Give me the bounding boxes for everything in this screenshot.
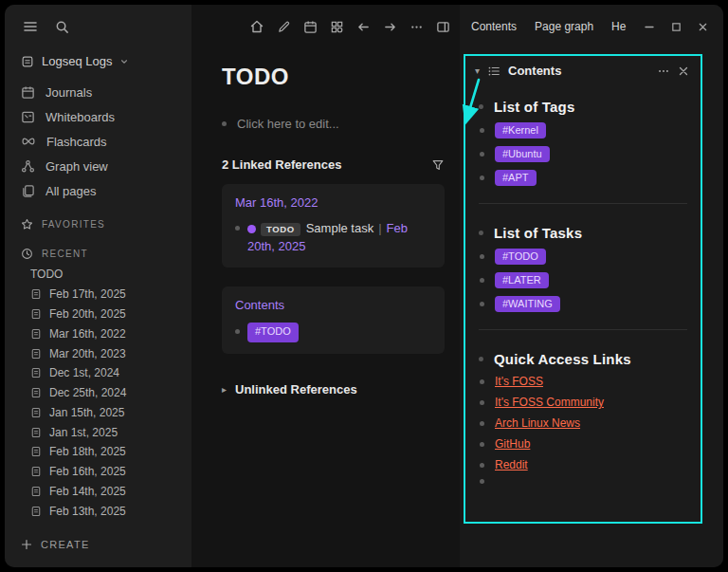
task-block[interactable]: TODOSample task|Feb 20th, 2025 <box>235 220 431 256</box>
recent-item[interactable]: Mar 16th, 2022 <box>5 323 191 343</box>
left-sidebar: Logseq Logs Journals Whiteboards <box>5 5 191 567</box>
caret-down-icon[interactable]: ▾ <box>475 65 480 76</box>
block-bullet <box>480 421 484 426</box>
right-sidebar-toggle-icon[interactable] <box>436 20 450 34</box>
recent-section-header[interactable]: RECENT <box>5 242 191 262</box>
recent-item[interactable]: Feb 17th, 2025 <box>5 285 191 304</box>
recent-item[interactable]: Dec 25th, 2024 <box>5 383 191 403</box>
clock-icon <box>21 248 33 260</box>
sidebar-item-all-pages[interactable]: All pages <box>5 178 191 203</box>
link-reddit[interactable]: Reddit <box>495 458 528 471</box>
home-icon[interactable] <box>249 19 264 34</box>
maximize-icon[interactable] <box>671 22 682 32</box>
block-bullet <box>480 479 484 484</box>
editor-placeholder: Click here to edit... <box>237 117 339 131</box>
tag-later[interactable]: #LATER <box>495 272 549 288</box>
panel-more-icon[interactable] <box>657 65 670 78</box>
tab-contents[interactable]: Contents <box>471 20 517 33</box>
tag-apt[interactable]: #APT <box>495 170 537 186</box>
recent-item[interactable]: Jan 15th, 2025 <box>5 402 191 422</box>
sidebar-item-whiteboards[interactable]: Whiteboards <box>5 104 191 129</box>
right-sidebar: Contents Page graph He ▾ <box>460 5 723 567</box>
tag-ubuntu[interactable]: #Ubuntu <box>495 146 550 162</box>
section-heading-quick-links: Quick Access Links <box>494 351 631 367</box>
unlinked-references-toggle[interactable]: ▸ Unlinked References <box>222 382 445 397</box>
task-marker-chip[interactable]: TODO <box>261 223 300 236</box>
star-icon <box>21 218 33 231</box>
separator: | <box>378 221 381 235</box>
logseq-window: Logseq Logs Journals Whiteboards <box>5 5 723 567</box>
recent-item[interactable]: Dec 1st, 2024 <box>5 363 191 383</box>
recent-item-label: Dec 25th, 2024 <box>49 386 126 399</box>
create-button[interactable]: CREATE <box>5 527 191 567</box>
more-icon[interactable] <box>410 20 424 34</box>
search-icon[interactable] <box>55 20 69 34</box>
recent-item[interactable]: Mar 20th, 2023 <box>5 343 191 363</box>
edit-icon[interactable] <box>277 20 291 34</box>
forward-icon[interactable] <box>383 20 397 34</box>
graph-switcher[interactable]: Logseq Logs <box>5 48 191 74</box>
link-arch-linux-news[interactable]: Arch Linux News <box>495 416 580 430</box>
filter-icon[interactable] <box>431 158 445 172</box>
block-bullet <box>479 231 483 235</box>
tag-todo[interactable]: #TODO <box>495 249 546 265</box>
page-link[interactable]: Mar 16th, 2022 <box>235 195 318 210</box>
caret-right-icon: ▸ <box>222 384 227 395</box>
journal-page-icon <box>30 466 42 477</box>
tab-page-graph[interactable]: Page graph <box>535 20 593 33</box>
tag-kernel[interactable]: #Kernel <box>495 122 546 138</box>
linked-reference-block: Mar 16th, 2022 TODOSample task|Feb 20th,… <box>222 184 445 268</box>
block-bullet <box>480 128 484 133</box>
editor-placeholder-row[interactable]: Click here to edit... <box>222 117 445 131</box>
recent-item-label: Feb 20th, 2025 <box>49 307 126 321</box>
back-icon[interactable] <box>356 20 371 34</box>
chevron-down-icon <box>119 57 129 66</box>
recent-item[interactable]: Feb 16th, 2025 <box>5 462 191 482</box>
journal-page-icon <box>30 407 42 418</box>
favorites-section-header[interactable]: FAVORITES <box>5 212 191 232</box>
close-icon[interactable] <box>698 22 708 32</box>
sidebar-header <box>5 5 191 48</box>
tag-block[interactable]: #TODO <box>235 323 431 342</box>
recent-item[interactable]: Feb 20th, 2025 <box>5 304 191 324</box>
flashcards-icon <box>21 136 36 147</box>
menu-icon[interactable] <box>23 19 38 34</box>
page-title: TODO <box>222 64 445 90</box>
calendar-icon[interactable] <box>303 20 318 34</box>
link-github[interactable]: GitHub <box>495 437 530 451</box>
recent-item[interactable]: Feb 14th, 2025 <box>5 482 191 502</box>
recent-item-label: Jan 15th, 2025 <box>49 406 124 419</box>
page-link[interactable]: Contents <box>235 298 284 312</box>
block-bullet <box>480 278 484 283</box>
tag-waiting[interactable]: #WAITING <box>495 296 560 312</box>
main-area: TODO Click here to edit... 2 Linked Refe… <box>191 5 460 567</box>
recent-item[interactable]: Jan 1st, 2025 <box>5 422 191 442</box>
graph-icon <box>21 55 34 68</box>
plugins-icon[interactable] <box>330 20 344 34</box>
recent-item[interactable]: Feb 13th, 2025 <box>5 501 191 521</box>
panel-close-icon[interactable] <box>678 65 689 77</box>
favorites-label: FAVORITES <box>42 219 105 230</box>
contents-list-icon <box>487 65 500 78</box>
section-divider <box>479 329 687 330</box>
recent-item-todo[interactable]: TODO <box>5 265 191 285</box>
tag-todo[interactable]: #TODO <box>247 323 299 342</box>
sidebar-item-flashcards[interactable]: Flashcards <box>5 129 191 154</box>
sidebar-item-label: Whiteboards <box>46 110 115 124</box>
page-content: TODO Click here to edit... 2 Linked Refe… <box>191 48 460 397</box>
tab-help[interactable]: He <box>611 20 626 33</box>
recent-item-label: TODO <box>30 268 63 281</box>
recent-item-label: Mar 20th, 2023 <box>49 347 126 360</box>
recent-item-label: Jan 1st, 2025 <box>49 426 118 439</box>
recent-item[interactable]: Feb 18th, 2025 <box>5 442 191 462</box>
contents-panel: ▾ Contents List of Tags # <box>464 54 702 524</box>
minimize-icon[interactable] <box>644 21 655 32</box>
link-its-foss-community[interactable]: It's FOSS Community <box>495 396 604 409</box>
block-bullet <box>480 302 484 306</box>
section-heading-tasks: List of Tasks <box>494 225 582 241</box>
sidebar-item-journals[interactable]: Journals <box>5 80 191 104</box>
link-its-foss[interactable]: It's FOSS <box>495 375 543 388</box>
sidebar-item-graph-view[interactable]: Graph view <box>5 154 191 178</box>
recent-label: RECENT <box>42 249 88 259</box>
task-marker-dot[interactable] <box>247 225 256 233</box>
